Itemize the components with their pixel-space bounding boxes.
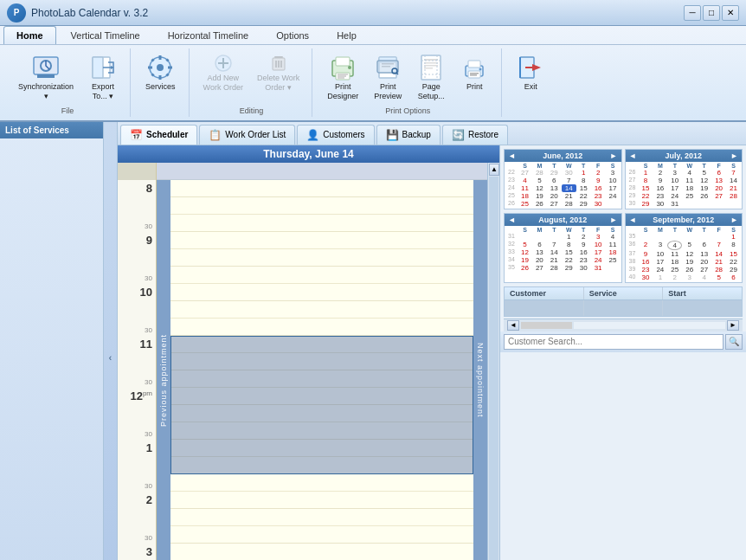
june-day[interactable]: 21 xyxy=(562,192,576,200)
sep-day[interactable]: 10 xyxy=(653,250,667,258)
print-preview-button[interactable]: PrintPreview xyxy=(368,50,408,105)
july-day[interactable]: 14 xyxy=(726,177,741,184)
aug-day[interactable]: 22 xyxy=(562,256,576,264)
v-scroll-up[interactable]: ▲ xyxy=(489,164,499,176)
sep-day-om[interactable]: 2 xyxy=(667,274,682,281)
aug-day[interactable]: 12 xyxy=(518,248,532,256)
june-day[interactable]: 17 xyxy=(606,184,621,192)
aug-day[interactable]: 4 xyxy=(606,233,621,241)
july-day[interactable]: 20 xyxy=(711,184,726,192)
sep-day[interactable]: 2 xyxy=(639,241,653,250)
july-day[interactable]: 8 xyxy=(639,177,653,184)
june-day[interactable]: 29 xyxy=(576,200,591,208)
june-day[interactable]: 29 xyxy=(547,169,562,177)
aug-day[interactable]: 17 xyxy=(591,248,606,256)
sep-day[interactable]: 23 xyxy=(639,266,653,274)
tab-scheduler[interactable]: 📅 Scheduler xyxy=(120,125,197,145)
sidebar-collapse-button[interactable]: ‹ xyxy=(104,122,118,560)
june-day[interactable]: 18 xyxy=(518,192,532,200)
july-day[interactable]: 17 xyxy=(667,184,682,192)
tab-vertical-timeline[interactable]: Vertical Timeline xyxy=(58,26,153,44)
minimize-button[interactable]: ─ xyxy=(684,5,701,21)
print-button[interactable]: Print xyxy=(454,50,494,95)
july-day[interactable]: 2 xyxy=(653,169,667,177)
july-next[interactable]: ► xyxy=(730,151,738,160)
tab-options[interactable]: Options xyxy=(263,26,322,44)
sep-day[interactable]: 7 xyxy=(711,241,726,250)
tab-work-order-list[interactable]: 📋 Work Order List xyxy=(199,125,295,145)
july-day[interactable]: 19 xyxy=(697,184,711,192)
aug-day[interactable]: 16 xyxy=(576,248,591,256)
schedule-row[interactable] xyxy=(170,215,473,232)
aug-day[interactable]: 3 xyxy=(591,233,606,241)
june-day[interactable]: 27 xyxy=(518,169,532,177)
schedule-row[interactable] xyxy=(170,197,473,215)
july-day[interactable]: 23 xyxy=(653,192,667,200)
aug-day[interactable]: 15 xyxy=(562,248,576,256)
sep-day-om[interactable]: 4 xyxy=(697,274,711,281)
schedule-row[interactable] xyxy=(170,301,473,319)
sep-day[interactable]: 26 xyxy=(682,266,697,274)
sep-day[interactable]: 18 xyxy=(667,258,682,266)
july-day[interactable]: 4 xyxy=(682,169,697,177)
aug-day[interactable]: 7 xyxy=(547,241,562,248)
aug-day[interactable]: 31 xyxy=(591,264,606,272)
aug-day[interactable]: 6 xyxy=(532,241,547,248)
june-day[interactable]: 25 xyxy=(518,200,532,208)
tab-home[interactable]: Home xyxy=(3,26,56,44)
sep-day-circle[interactable]: 4 xyxy=(667,241,682,250)
services-button[interactable]: Services xyxy=(139,50,182,95)
sep-day[interactable]: 13 xyxy=(697,250,711,258)
june-day[interactable]: 6 xyxy=(547,177,562,184)
sep-day[interactable]: 28 xyxy=(711,266,726,274)
schedule-row[interactable] xyxy=(170,267,473,284)
add-work-order-button[interactable]: Add NewWork Order xyxy=(198,50,248,95)
aug-day[interactable]: 14 xyxy=(547,248,562,256)
aug-day[interactable]: 26 xyxy=(518,264,532,272)
june-day[interactable]: 13 xyxy=(547,184,562,192)
sep-day[interactable]: 8 xyxy=(726,241,741,250)
sep-day[interactable]: 27 xyxy=(697,266,711,274)
september-next[interactable]: ► xyxy=(730,216,738,224)
sep-day[interactable]: 20 xyxy=(697,258,711,266)
june-day[interactable]: 10 xyxy=(606,177,621,184)
june-day[interactable]: 2 xyxy=(591,169,606,177)
june-day[interactable]: 30 xyxy=(562,169,576,177)
june-day[interactable]: 22 xyxy=(576,192,591,200)
search-input[interactable] xyxy=(504,334,723,350)
exit-button[interactable]: Exit xyxy=(511,50,550,95)
sep-day[interactable]: 17 xyxy=(653,258,667,266)
aug-day[interactable]: 28 xyxy=(547,264,562,272)
july-day[interactable]: 18 xyxy=(682,184,697,192)
next-appointment-button[interactable]: Next appointment xyxy=(473,180,487,560)
sep-day[interactable]: 30 xyxy=(639,274,653,281)
sep-day[interactable]: 16 xyxy=(639,258,653,266)
july-day[interactable]: 9 xyxy=(653,177,667,184)
schedule-row[interactable] xyxy=(170,249,473,267)
aug-day[interactable]: 8 xyxy=(562,241,576,248)
july-day[interactable]: 12 xyxy=(697,177,711,184)
aug-day[interactable]: 27 xyxy=(532,264,547,272)
aug-day[interactable]: 21 xyxy=(547,256,562,264)
sep-day[interactable]: 1 xyxy=(726,233,741,241)
june-day[interactable]: 27 xyxy=(547,200,562,208)
july-day[interactable]: 15 xyxy=(639,184,653,192)
maximize-button[interactable]: □ xyxy=(703,5,720,21)
aug-day[interactable]: 2 xyxy=(576,233,591,241)
sep-day[interactable]: 12 xyxy=(682,250,697,258)
june-day[interactable]: 8 xyxy=(576,177,591,184)
tab-customers[interactable]: 👤 Customers xyxy=(297,125,374,145)
july-day[interactable]: 16 xyxy=(653,184,667,192)
june-day[interactable]: 23 xyxy=(591,192,606,200)
july-day[interactable]: 21 xyxy=(726,184,741,192)
july-day[interactable]: 1 xyxy=(639,169,653,177)
sep-day-om[interactable]: 1 xyxy=(653,274,667,281)
june-day[interactable]: 12 xyxy=(532,184,547,192)
july-day[interactable]: 6 xyxy=(711,169,726,177)
schedule-row[interactable] xyxy=(170,284,473,301)
june-day[interactable]: 11 xyxy=(518,184,532,192)
june-prev[interactable]: ◄ xyxy=(508,151,516,160)
right-scroll-right[interactable]: ► xyxy=(727,320,739,331)
sep-day[interactable]: 24 xyxy=(653,266,667,274)
aug-day[interactable]: 19 xyxy=(518,256,532,264)
